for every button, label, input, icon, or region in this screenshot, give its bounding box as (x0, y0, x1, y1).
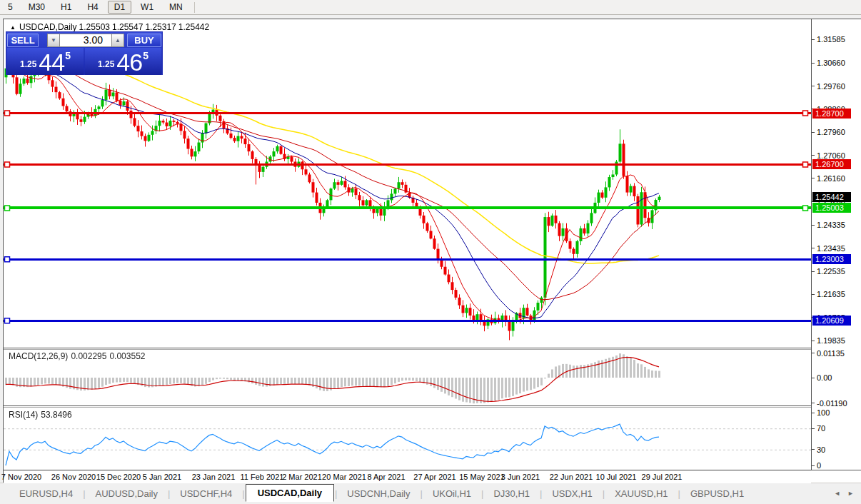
tick-mark (812, 39, 815, 40)
macd-tick-label: 0.00 (817, 373, 832, 382)
price-tick-label: 1.22535 (817, 267, 845, 276)
price-tick-label: 1.27060 (817, 151, 845, 160)
date-label: 20 Mar 2021 (322, 473, 366, 481)
volume-input[interactable] (60, 34, 111, 47)
timeframe-button-5[interactable]: 5 (1, 1, 19, 14)
price-level-label: 1.26700 (812, 159, 851, 169)
tab-scroll-left-icon[interactable]: ◄ (834, 490, 840, 497)
bid-price-panel[interactable]: 1.25 44 5 (7, 48, 84, 75)
tab-ukoil-h1[interactable]: UKOil,H1 (423, 485, 480, 502)
one-click-trading-panel: SELL ▼ ▲ BUY 1.25 44 5 1.25 46 5 (6, 31, 163, 75)
price-tick: 1.26160 (812, 174, 845, 183)
price-tick: 1.19835 (812, 336, 845, 345)
trade-panel-controls: SELL ▼ ▲ BUY (7, 33, 161, 47)
macd-tick-label: 0.01135 (817, 349, 845, 358)
rsi-tick-label: 70 (817, 424, 825, 433)
tab-usdcad-daily[interactable]: USDCAD,Daily (246, 484, 334, 502)
bid-price-pip: 5 (65, 50, 71, 61)
timeframe-button-w1[interactable]: W1 (134, 1, 160, 14)
timeframe-button-m30[interactable]: M30 (22, 1, 51, 14)
bid-price-prefix: 1.25 (20, 59, 36, 69)
chevron-down-icon: ▼ (51, 37, 56, 44)
date-label: 8 Apr 2021 (367, 473, 405, 481)
macd-axis-tick: 0.01135 (812, 349, 845, 358)
tab-separator: | (242, 488, 244, 499)
date-label: 15 Dec 2020 (96, 473, 141, 481)
chart-canvas[interactable] (4, 19, 811, 470)
price-tick-label: 1.31585 (817, 35, 845, 44)
timeframe-button-d1[interactable]: D1 (108, 1, 131, 14)
price-tick-label: 1.27960 (817, 128, 845, 136)
price-tick: 1.31585 (812, 35, 845, 44)
tick-mark (812, 248, 815, 248)
chart-header: ▲USDCAD,Daily1.255031.255471.253171.2544… (10, 22, 211, 32)
tab-audusd-daily[interactable]: AUDUSD,Daily (86, 485, 167, 502)
ohlc-open: 1.25503 (79, 22, 110, 32)
tick-mark (812, 178, 815, 178)
tab-dj30-h1[interactable]: DJ30,H1 (484, 485, 539, 502)
tick-mark (812, 225, 815, 226)
price-level-label: 1.25003 (812, 203, 851, 213)
price-level-label: 1.28700 (812, 109, 851, 119)
timeframe-toolbar: 5M30H1H4D1W1MN (0, 0, 861, 15)
macd-value-signal: 0.003552 (109, 351, 145, 361)
macd-indicator-label: MACD(12,26,9)0.0022950.003552 (9, 351, 148, 361)
date-axis[interactable]: 7 Nov 202026 Nov 202015 Dec 20205 Jan 20… (4, 470, 811, 483)
ohlc-low: 1.25317 (145, 22, 176, 32)
price-axis[interactable]: 1.315851.306601.297601.288601.279601.270… (811, 19, 861, 470)
current-price-label: 1.25442 (812, 192, 851, 202)
rsi-tick-label: 0 (817, 461, 821, 470)
price-tick-label: 1.26160 (817, 174, 845, 183)
timeframe-button-h1[interactable]: H1 (54, 1, 78, 14)
date-label: 22 Jun 2021 (550, 473, 593, 481)
price-tick-label: 1.19835 (817, 336, 845, 345)
tick-mark (812, 86, 815, 86)
macd-axis-tick: -0.01190 (812, 399, 847, 408)
price-tick: 1.30660 (812, 59, 845, 67)
tab-gbpusd-h1[interactable]: GBPUSD,H1 (681, 485, 753, 502)
date-label: 26 Nov 2020 (51, 473, 96, 481)
rsi-indicator-label: RSI(14)53.8496 (9, 410, 75, 420)
volume-decrease-button[interactable]: ▼ (47, 34, 60, 47)
tab-usdchf-h4[interactable]: USDCHF,H4 (171, 485, 241, 502)
tab-eurusd-h4[interactable]: EURUSD,H4 (10, 485, 82, 502)
tick-mark (812, 271, 815, 272)
price-tick: 1.29760 (812, 82, 845, 91)
ask-price-panel[interactable]: 1.25 46 5 (85, 48, 161, 75)
trade-panel-quotes: 1.25 44 5 1.25 46 5 (7, 48, 161, 75)
price-tick: 1.24335 (812, 221, 845, 229)
macd-value-main: 0.002295 (71, 351, 106, 361)
ask-price-big: 46 (116, 52, 142, 73)
tab-separator: | (83, 488, 85, 499)
tab-separator: | (481, 488, 483, 499)
chart-symbol-period: USDCAD,Daily (19, 22, 77, 32)
ohlc-close: 1.25442 (178, 22, 209, 32)
sell-button[interactable]: SELL (7, 34, 39, 47)
price-tick-label: 1.24335 (817, 221, 845, 229)
tab-scroll-right-icon[interactable]: ► (847, 490, 854, 497)
timeframe-button-mn[interactable]: MN (163, 1, 189, 14)
tab-usdcnh-daily[interactable]: USDCNH,Daily (338, 485, 419, 502)
tab-separator: | (168, 488, 170, 499)
ohlc-high: 1.25547 (112, 22, 143, 32)
date-label: 23 Jan 2021 (192, 473, 236, 481)
date-label: 27 Apr 2021 (413, 473, 455, 481)
tab-usdx-h1[interactable]: USDX,H1 (543, 485, 601, 502)
rsi-axis-tick: 100 (812, 408, 830, 417)
tab-xauusd-h1[interactable]: XAUUSD,H1 (605, 485, 677, 502)
tick-mark (812, 449, 815, 450)
tick-mark (812, 63, 815, 64)
macd-axis-tick: 0.00 (812, 373, 832, 382)
volume-increase-button[interactable]: ▲ (111, 34, 124, 47)
price-tick: 1.27960 (812, 128, 845, 136)
rsi-value: 53.8496 (41, 410, 71, 420)
collapse-triangle-icon[interactable]: ▲ (10, 24, 16, 31)
tick-mark (812, 465, 815, 466)
timeframe-button-h4[interactable]: H4 (81, 1, 104, 14)
tab-separator: | (420, 488, 422, 499)
rsi-tick-label: 30 (817, 445, 825, 454)
date-label: 7 Nov 2020 (1, 473, 41, 481)
buy-button[interactable]: BUY (127, 34, 161, 47)
tick-mark (812, 403, 815, 403)
tick-mark (812, 155, 815, 156)
